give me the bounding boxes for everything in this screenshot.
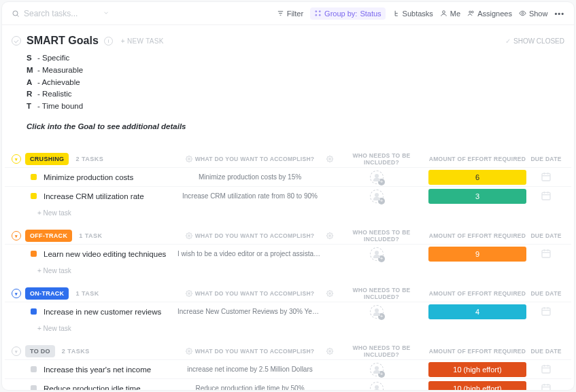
add-assignee-icon[interactable]: + (370, 305, 384, 319)
column-effort[interactable]: AMOUNT OF EFFORT REQUIRED (427, 348, 528, 355)
status-square-icon[interactable] (31, 174, 37, 180)
task-row[interactable]: Increase in new customer reviewsIncrease… (5, 302, 571, 321)
assignees-button[interactable]: Assignees (467, 10, 512, 18)
due-date-cell[interactable] (528, 190, 564, 202)
add-assignee-icon[interactable]: + (370, 247, 384, 261)
task-row[interactable]: Increase CRM utilization rateIncrease CR… (5, 186, 571, 205)
svg-point-11 (472, 11, 474, 13)
group-by-prefix: Group by: (324, 10, 357, 18)
column-who[interactable]: WHO NEEDS TO BE INCLUDED? (326, 287, 427, 300)
task-row[interactable]: Learn new video editing techniquesI wish… (5, 244, 571, 263)
column-due[interactable]: DUE DATE (528, 232, 564, 239)
plus-icon: + (378, 255, 385, 262)
column-effort[interactable]: AMOUNT OF EFFORT REQUIRED (427, 232, 528, 239)
svg-point-24 (329, 235, 331, 237)
status-square-icon[interactable] (31, 385, 37, 391)
subtasks-label: Subtasks (403, 10, 433, 18)
status-pill[interactable]: CRUSHING (25, 153, 69, 165)
due-date-cell[interactable] (528, 171, 564, 183)
task-count: 2 TASKS (62, 348, 90, 355)
assignee-cell[interactable]: + (326, 190, 427, 203)
assignee-cell[interactable]: + (326, 363, 427, 376)
show-closed-toggle[interactable]: ✓ SHOW CLOSED (505, 37, 564, 45)
column-accomplish[interactable]: WHAT DO YOU WANT TO ACCOMPLISH? (173, 156, 326, 162)
column-accomplish[interactable]: WHAT DO YOU WANT TO ACCOMPLISH? (173, 348, 326, 355)
effort-badge[interactable]: 4 (428, 304, 526, 319)
gear-icon (326, 290, 333, 297)
calendar-icon (541, 306, 552, 318)
new-task-button[interactable]: + New task (5, 205, 571, 217)
column-due[interactable]: DUE DATE (528, 156, 564, 162)
status-square-icon[interactable] (31, 251, 37, 257)
collapse-toggle[interactable]: ▾ (12, 231, 21, 240)
effort-badge[interactable]: 6 (428, 170, 526, 185)
new-task-button[interactable]: + New task (5, 263, 571, 274)
svg-line-1 (17, 15, 18, 16)
svg-rect-41 (542, 385, 550, 391)
task-description: Increase New Customer Reviews by 30% Yea… (173, 308, 326, 315)
task-description: Increase CRM utilization rate from 80 to… (173, 192, 326, 200)
me-button[interactable]: Me (440, 10, 460, 18)
column-accomplish[interactable]: WHAT DO YOU WANT TO ACCOMPLISH? (173, 290, 326, 297)
info-icon[interactable]: i (104, 37, 113, 46)
due-date-cell[interactable] (528, 248, 564, 260)
chevron-down-icon: ▾ (15, 349, 18, 353)
column-accomplish[interactable]: WHAT DO YOU WANT TO ACCOMPLISH? (173, 232, 326, 239)
due-date-cell[interactable] (528, 306, 564, 318)
task-count: 2 TASKS (75, 156, 103, 162)
show-button[interactable]: Show (519, 10, 548, 18)
collapse-toggle[interactable]: ▾ (12, 154, 21, 164)
page-title: SMART Goals (27, 35, 99, 47)
assignee-cell[interactable]: + (326, 171, 427, 184)
column-effort[interactable]: AMOUNT OF EFFORT REQUIRED (427, 290, 528, 297)
task-row[interactable]: Minimize production costsMinimize produc… (5, 167, 571, 186)
column-who[interactable]: WHO NEEDS TO BE INCLUDED? (326, 229, 427, 243)
more-menu[interactable]: ••• (554, 10, 564, 18)
column-who[interactable]: WHO NEEDS TO BE INCLUDED? (326, 152, 427, 166)
effort-badge[interactable]: 10 (high effort) (428, 381, 526, 391)
effort-badge[interactable]: 10 (high effort) (428, 362, 526, 377)
due-date-cell[interactable] (528, 382, 564, 391)
gear-icon (186, 348, 192, 355)
search-icon (12, 10, 20, 18)
status-group: ▾TO DO2 TASKSWHAT DO YOU WANT TO ACCOMPL… (5, 343, 571, 391)
filter-button[interactable]: Filter (277, 10, 303, 18)
gear-icon (326, 232, 333, 239)
column-due[interactable]: DUE DATE (528, 348, 564, 355)
add-assignee-icon[interactable]: + (370, 171, 384, 184)
collapse-toggle[interactable]: ▾ (12, 289, 21, 298)
task-description: Reduce production idle time by 50% (173, 385, 326, 391)
calendar-icon (541, 382, 552, 391)
add-assignee-icon[interactable]: + (370, 363, 384, 376)
subtasks-button[interactable]: Subtasks (392, 10, 433, 18)
add-assignee-icon[interactable]: + (370, 382, 384, 391)
column-effort[interactable]: AMOUNT OF EFFORT REQUIRED (427, 156, 528, 162)
chevron-down-icon[interactable] (103, 9, 109, 18)
status-pill[interactable]: ON-TRACK (25, 287, 69, 300)
column-due[interactable]: DUE DATE (528, 290, 564, 297)
effort-badge[interactable]: 3 (428, 189, 526, 204)
collapse-toggle[interactable]: ▾ (12, 346, 21, 356)
task-row[interactable]: Increase this year's net incomeincrease … (5, 359, 571, 378)
gear-icon (326, 348, 333, 355)
group-by-button[interactable]: Group by: Status (310, 7, 386, 20)
chevron-down-icon: ▾ (15, 156, 18, 161)
effort-badge[interactable]: 9 (428, 247, 526, 262)
status-square-icon[interactable] (31, 366, 37, 372)
task-row[interactable]: Reduce production idle timeReduce produc… (5, 378, 571, 391)
status-square-icon[interactable] (31, 193, 37, 199)
search-input[interactable] (24, 9, 99, 18)
task-title: Reduce production idle time (44, 385, 141, 391)
due-date-cell[interactable] (528, 363, 564, 376)
status-pill[interactable]: OFF-TRACK (25, 230, 72, 242)
new-task-header-button[interactable]: + NEW TASK (121, 37, 164, 45)
status-square-icon[interactable] (31, 308, 37, 315)
column-who[interactable]: WHO NEEDS TO BE INCLUDED? (326, 344, 427, 358)
assignee-cell[interactable]: + (326, 247, 427, 261)
assignee-cell[interactable]: + (326, 382, 427, 391)
add-assignee-icon[interactable]: + (370, 190, 384, 203)
status-pill[interactable]: TO DO (25, 345, 55, 357)
assignee-cell[interactable]: + (326, 305, 427, 319)
new-task-button[interactable]: + New task (5, 321, 571, 332)
plus-icon: + (378, 198, 385, 204)
